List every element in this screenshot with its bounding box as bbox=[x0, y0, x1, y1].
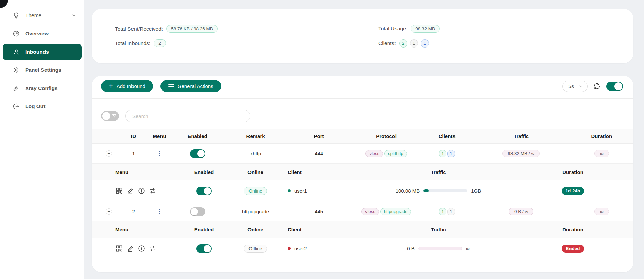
col-header-traffic: Traffic bbox=[364, 227, 513, 232]
add-inbound-button[interactable]: + Add Inbound bbox=[101, 80, 153, 92]
search-row bbox=[92, 99, 633, 122]
client-table-header: Menu Enabled Online Client Traffic Durat… bbox=[92, 221, 633, 238]
transport-tag: splithttp bbox=[384, 150, 407, 157]
col-header-duration: Duration bbox=[513, 169, 633, 175]
client-row: Online user1 100.08 MB 1GB 1d 24h bbox=[92, 180, 633, 202]
sidebar-item-label: Theme bbox=[25, 12, 41, 19]
total-inbounds-label: Total Inbounds: bbox=[115, 40, 150, 46]
clients-deactivated-badge: 1 bbox=[410, 39, 418, 48]
row-menu-button[interactable]: ⋮ bbox=[156, 150, 163, 157]
collapse-row-button[interactable]: − bbox=[106, 150, 112, 157]
refresh-interval-select[interactable]: 5s bbox=[562, 81, 588, 92]
sidebar-item-label: Panel Settings bbox=[25, 67, 61, 73]
sidebar-item-overview[interactable]: Overview bbox=[3, 26, 82, 42]
client-status-dot bbox=[288, 247, 291, 250]
col-header-client: Client bbox=[275, 169, 364, 175]
search-input[interactable] bbox=[125, 110, 250, 122]
client-duration-badge: 1d 24h bbox=[562, 187, 584, 195]
col-header-client: Client bbox=[275, 227, 364, 232]
inbounds-table: ID Menu Enabled Remark Port Protocol Cli… bbox=[92, 129, 633, 259]
info-icon[interactable] bbox=[138, 187, 145, 195]
col-header-protocol: Protocol bbox=[351, 133, 422, 139]
client-traffic-total: 1GB bbox=[471, 188, 481, 194]
person-icon bbox=[13, 49, 20, 55]
main-content: Total Sent/Received: 58.76 KB / 98.26 MB… bbox=[84, 0, 644, 279]
sidebar: Theme Overview Inbounds Panel Settings X… bbox=[0, 0, 84, 279]
client-enabled-toggle[interactable] bbox=[196, 187, 212, 195]
auto-refresh-toggle[interactable] bbox=[606, 82, 623, 91]
total-usage-label: Total Usage: bbox=[378, 26, 407, 32]
inbound-port: 445 bbox=[287, 209, 351, 214]
reset-traffic-icon[interactable] bbox=[149, 187, 156, 195]
reset-traffic-icon[interactable] bbox=[149, 245, 156, 252]
sidebar-item-theme[interactable]: Theme bbox=[3, 7, 82, 24]
chevron-down-icon bbox=[71, 13, 76, 18]
table-row: − 2 ⋮ httpupgrade 445 vless httpupgrade … bbox=[92, 202, 633, 221]
col-header-port: Port bbox=[287, 133, 351, 139]
sidebar-item-log-out[interactable]: Log Out bbox=[3, 98, 82, 115]
client-table-header: Menu Enabled Online Client Traffic Durat… bbox=[92, 164, 633, 180]
col-header-online: Online bbox=[236, 227, 275, 232]
inbound-enabled-toggle[interactable] bbox=[190, 149, 205, 158]
inbound-port: 444 bbox=[287, 151, 351, 156]
sidebar-item-label: Overview bbox=[25, 31, 49, 37]
plus-icon: + bbox=[109, 83, 113, 89]
inbound-remark: httpupgrade bbox=[225, 209, 287, 214]
inbound-id: 2 bbox=[118, 209, 149, 214]
total-inbounds-value: 2 bbox=[154, 39, 166, 47]
col-header-duration: Duration bbox=[513, 227, 633, 232]
client-name: user1 bbox=[294, 188, 307, 194]
wrench-icon bbox=[13, 85, 20, 92]
sidebar-item-inbounds[interactable]: Inbounds bbox=[3, 44, 82, 60]
logout-icon bbox=[13, 103, 20, 110]
client-enabled-toggle[interactable] bbox=[196, 244, 212, 253]
client-online-badge: Online bbox=[244, 187, 267, 195]
inbound-remark: xhttp bbox=[225, 151, 287, 156]
edit-icon[interactable] bbox=[126, 245, 134, 252]
client-traffic-progress bbox=[418, 247, 462, 250]
clients-count-badge: 1 bbox=[439, 150, 446, 157]
inbound-enabled-toggle[interactable] bbox=[190, 207, 205, 216]
chevron-down-icon bbox=[579, 84, 583, 88]
filter-toggle[interactable] bbox=[101, 111, 119, 121]
client-traffic-used: 100.08 MB bbox=[396, 188, 420, 194]
collapse-row-button[interactable]: − bbox=[106, 208, 112, 215]
qr-code-icon[interactable] bbox=[115, 245, 123, 252]
col-header-traffic: Traffic bbox=[472, 133, 570, 139]
general-actions-button[interactable]: General Actions bbox=[160, 80, 221, 92]
client-traffic-total: ∞ bbox=[466, 246, 470, 251]
info-icon[interactable] bbox=[138, 245, 145, 252]
qr-code-icon[interactable] bbox=[115, 187, 123, 195]
edit-icon[interactable] bbox=[126, 187, 134, 195]
sidebar-item-xray-configs[interactable]: Xray Configs bbox=[3, 80, 82, 96]
table-row: − 1 ⋮ xhttp 444 vless splithttp 1 1 98.3… bbox=[92, 144, 633, 164]
clients-count-badge: 1 bbox=[439, 208, 446, 215]
sidebar-item-panel-settings[interactable]: Panel Settings bbox=[3, 62, 82, 78]
client-row: Offline user2 0 B ∞ Ended bbox=[92, 238, 633, 259]
col-header-clients: Clients bbox=[422, 133, 472, 139]
clients-label: Clients: bbox=[378, 40, 396, 46]
col-header-remark: Remark bbox=[225, 133, 287, 139]
client-traffic-progress bbox=[423, 189, 467, 192]
clients-deactivated-badge: 1 bbox=[447, 208, 455, 215]
sidebar-item-label: Log Out bbox=[25, 103, 45, 110]
inbound-id: 1 bbox=[118, 151, 149, 156]
refresh-icon[interactable] bbox=[593, 82, 601, 90]
gear-icon bbox=[13, 67, 20, 73]
stats-card: Total Sent/Received: 58.76 KB / 98.26 MB… bbox=[92, 9, 633, 63]
funnel-icon bbox=[112, 113, 117, 119]
inbounds-card: + Add Inbound General Actions 5s bbox=[92, 76, 633, 272]
col-header-enabled: Enabled bbox=[171, 133, 225, 139]
sidebar-item-label: Xray Configs bbox=[25, 85, 58, 91]
dashboard-icon bbox=[13, 30, 20, 37]
table-header-row: ID Menu Enabled Remark Port Protocol Cli… bbox=[92, 129, 633, 144]
col-header-menu: Menu bbox=[92, 227, 172, 232]
col-header-enabled: Enabled bbox=[172, 227, 236, 232]
clients-total-badge: 2 bbox=[399, 39, 407, 48]
col-header-traffic: Traffic bbox=[364, 169, 513, 175]
row-menu-button[interactable]: ⋮ bbox=[156, 208, 163, 215]
inbound-traffic-pill: 98.32 MB / ∞ bbox=[502, 150, 540, 157]
hamburger-icon bbox=[168, 84, 174, 88]
col-header-online: Online bbox=[236, 169, 275, 175]
bulb-icon bbox=[13, 12, 20, 19]
